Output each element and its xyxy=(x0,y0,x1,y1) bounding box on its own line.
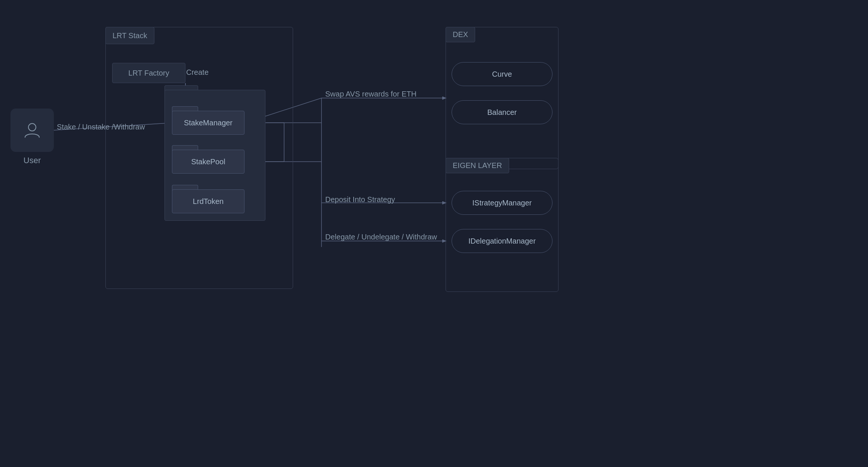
deposit-strategy-label: Deposit Into Strategy xyxy=(325,195,395,204)
lrt-factory-box: LRT Factory xyxy=(112,63,185,83)
create-label: Create xyxy=(186,68,209,77)
istrategy-manager-button[interactable]: IStrategyManager xyxy=(452,191,552,215)
lrt-stack-label: LRT Stack xyxy=(105,27,154,44)
lrd-token-box: LrdToken xyxy=(172,189,244,213)
curve-button[interactable]: Curve xyxy=(452,62,552,86)
eigen-box xyxy=(446,158,558,292)
stake-manager-box: StakeManager xyxy=(172,111,244,135)
dex-box xyxy=(446,27,558,169)
svg-point-12 xyxy=(28,123,36,131)
idelegation-manager-button[interactable]: IDelegationManager xyxy=(452,229,552,253)
user-avatar xyxy=(10,109,54,152)
dex-label: DEX xyxy=(446,27,475,42)
eigen-label: EIGEN LAYER xyxy=(446,158,509,173)
delegate-label: Delegate / Undelegate / Withdraw xyxy=(325,233,437,241)
stake-pool-box: StakePool xyxy=(172,150,244,174)
user-node: User xyxy=(10,109,54,165)
user-label: User xyxy=(24,156,41,165)
swap-avs-label: Swap AVS rewards for ETH xyxy=(325,90,416,98)
diagram-container: User Stake / Unstake /Withdraw LRT Stack… xyxy=(0,0,868,467)
balancer-button[interactable]: Balancer xyxy=(452,100,552,124)
